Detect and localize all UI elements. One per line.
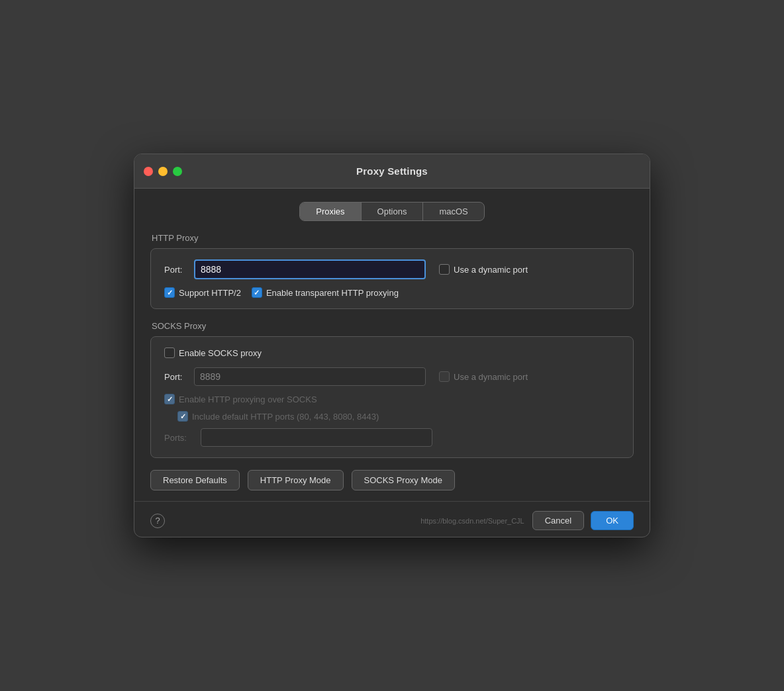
enable-socks-label[interactable]: Enable SOCKS proxy <box>179 348 262 358</box>
enable-socks-item: Enable SOCKS proxy <box>164 347 620 358</box>
default-ports-checkbox[interactable]: ✓ <box>177 411 188 422</box>
transparent-proxy-label[interactable]: Enable transparent HTTP proxying <box>266 288 399 298</box>
http-proxy-mode-button[interactable]: HTTP Proxy Mode <box>248 470 344 490</box>
checkmark-icon: ✓ <box>167 396 173 403</box>
socks-dynamic-port-checkbox[interactable] <box>439 371 450 382</box>
footer-right: https://blog.csdn.net/Super_CJL Cancel O… <box>420 511 634 530</box>
ports-input[interactable] <box>201 428 432 447</box>
proxy-settings-window: Proxy Settings Proxies Options macOS HTT… <box>134 154 650 537</box>
socks-dynamic-port-container: Use a dynamic port <box>439 371 528 382</box>
transparent-proxy-item: ✓ Enable transparent HTTP proxying <box>252 287 399 298</box>
support-http2-item: ✓ Support HTTP/2 <box>164 287 241 298</box>
checkmark-icon: ✓ <box>254 289 260 297</box>
footer: ? https://blog.csdn.net/Super_CJL Cancel… <box>134 501 650 537</box>
socks-proxy-label: SOCKS Proxy <box>150 321 634 331</box>
help-button[interactable]: ? <box>150 514 165 528</box>
http-over-socks-item: ✓ Enable HTTP proxying over SOCKS <box>164 394 620 404</box>
http-over-socks-label[interactable]: Enable HTTP proxying over SOCKS <box>179 394 317 404</box>
http-port-label: Port: <box>164 265 187 275</box>
checkmark-icon: ✓ <box>167 289 173 297</box>
http-port-input[interactable] <box>194 259 426 279</box>
socks-proxy-mode-button[interactable]: SOCKS Proxy Mode <box>352 470 456 490</box>
default-ports-item: ✓ Include default HTTP ports (80, 443, 8… <box>177 411 620 422</box>
close-button[interactable] <box>144 167 153 176</box>
tab-proxies[interactable]: Proxies <box>300 203 361 220</box>
socks-port-label: Port: <box>164 372 187 382</box>
support-http2-label[interactable]: Support HTTP/2 <box>179 288 241 298</box>
support-http2-checkbox[interactable]: ✓ <box>164 287 175 298</box>
restore-defaults-button[interactable]: Restore Defaults <box>150 470 240 490</box>
http-dynamic-port-checkbox[interactable] <box>439 264 450 275</box>
tabs: Proxies Options macOS <box>299 202 485 221</box>
http-proxy-section: Port: Use a dynamic port ✓ Support HTTP/… <box>150 248 634 309</box>
http-dynamic-port-label: Use a dynamic port <box>454 265 528 275</box>
tab-macos[interactable]: macOS <box>423 203 483 220</box>
http-checkbox-row: ✓ Support HTTP/2 ✓ Enable transparent HT… <box>164 287 620 298</box>
footer-actions: Cancel OK <box>532 511 634 530</box>
bottom-buttons: Restore Defaults HTTP Proxy Mode SOCKS P… <box>150 470 634 490</box>
socks-port-row: Port: Use a dynamic port <box>164 367 620 386</box>
socks-port-input[interactable] <box>194 367 426 386</box>
footer-url: https://blog.csdn.net/Super_CJL <box>420 517 524 525</box>
http-over-socks-checkbox[interactable]: ✓ <box>164 394 175 404</box>
ports-row: Ports: <box>164 428 620 447</box>
enable-socks-checkbox[interactable] <box>164 347 175 358</box>
http-dynamic-port-container: Use a dynamic port <box>439 264 528 275</box>
window-title: Proxy Settings <box>356 165 428 177</box>
socks-dynamic-port-label: Use a dynamic port <box>454 372 528 382</box>
ok-button[interactable]: OK <box>591 511 634 530</box>
traffic-lights <box>144 167 182 176</box>
checkmark-icon: ✓ <box>180 413 186 420</box>
minimize-button[interactable] <box>158 167 168 176</box>
cancel-button[interactable]: Cancel <box>532 511 584 530</box>
transparent-proxy-checkbox[interactable]: ✓ <box>252 287 262 298</box>
titlebar: Proxy Settings <box>134 154 650 189</box>
window-body: Proxies Options macOS HTTP Proxy Port: U… <box>134 189 650 501</box>
http-port-row: Port: Use a dynamic port <box>164 259 620 279</box>
default-ports-label[interactable]: Include default HTTP ports (80, 443, 808… <box>192 412 379 422</box>
maximize-button[interactable] <box>173 167 182 176</box>
tab-options[interactable]: Options <box>362 203 424 220</box>
http-proxy-label: HTTP Proxy <box>150 233 634 243</box>
socks-proxy-section: Enable SOCKS proxy Port: Use a dynamic p… <box>150 336 634 458</box>
ports-label: Ports: <box>164 433 194 443</box>
tabs-container: Proxies Options macOS <box>150 202 634 221</box>
